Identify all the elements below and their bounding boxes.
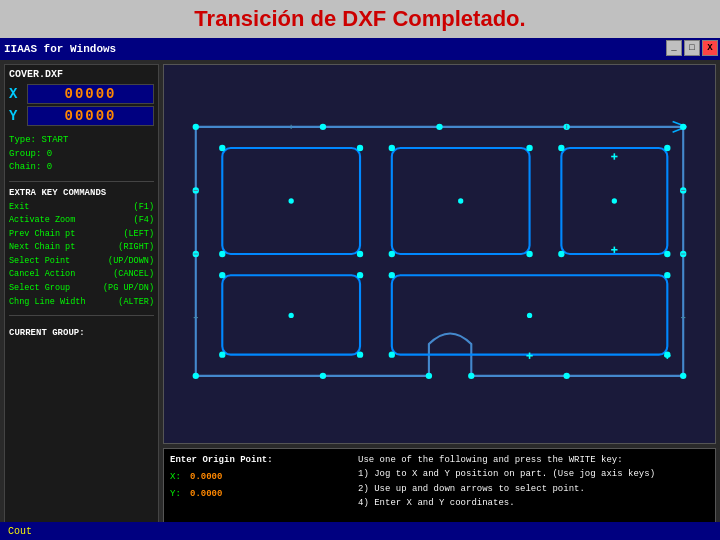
y-label: Y	[9, 108, 23, 124]
x-value: 00000	[27, 84, 154, 104]
group-label: Group:	[9, 149, 41, 159]
key-command-row: Select Group(PG UP/DN)	[9, 282, 154, 296]
page-title: Transición de DXF Completado.	[10, 6, 710, 32]
key-command-row: Select Point(UP/DOWN)	[9, 255, 154, 269]
key-code: (F4)	[134, 214, 154, 228]
x-input-label: X:	[170, 470, 186, 484]
svg-point-38	[219, 351, 225, 357]
cover-dxf-label: COVER.DXF	[9, 69, 154, 80]
x-coord-row: X 00000	[9, 84, 154, 104]
current-group-label: CURRENT GROUP:	[9, 328, 154, 338]
extra-key-title: EXTRA KEY COMMANDS	[9, 188, 154, 198]
svg-point-31	[526, 251, 532, 257]
bottom-right: Use one of the following and press the W…	[350, 453, 709, 531]
divider-1	[9, 181, 154, 182]
group-value: 0	[47, 149, 52, 159]
bottom-left: Enter Origin Point: X: 0.0000 Y: 0.0000	[170, 453, 350, 531]
svg-point-25	[357, 145, 363, 151]
key-code: (LEFT)	[123, 228, 154, 242]
y-input-value: 0.0000	[190, 487, 222, 501]
key-code: (PG UP/DN)	[103, 282, 154, 296]
x-input-value: 0.0000	[190, 470, 222, 484]
instruction-line: 4) Enter X and Y coordinates.	[358, 496, 709, 510]
type-label: Type:	[9, 135, 36, 145]
instruction-line: 1) Jog to X and Y position on part. (Use…	[358, 467, 709, 481]
key-name: Exit	[9, 201, 29, 215]
cad-view	[163, 64, 716, 444]
type-value: START	[41, 135, 68, 145]
y-input-row: Y: 0.0000	[170, 487, 350, 501]
y-coord-row: Y 00000	[9, 106, 154, 126]
svg-point-9	[193, 124, 199, 130]
key-name: Select Group	[9, 282, 70, 296]
enter-origin-label: Enter Origin Point:	[170, 453, 350, 467]
key-command-row: Activate Zoom(F4)	[9, 214, 154, 228]
svg-point-40	[389, 272, 395, 278]
close-button[interactable]: X	[702, 40, 718, 56]
key-code: (ALTER)	[118, 296, 154, 310]
key-code: (F1)	[134, 201, 154, 215]
svg-point-20	[320, 373, 326, 379]
svg-point-42	[389, 351, 395, 357]
key-name: Chng Line Width	[9, 296, 86, 310]
status-bar: Cout	[0, 522, 720, 540]
key-code: (UP/DOWN)	[108, 255, 154, 269]
svg-point-22	[426, 373, 432, 379]
svg-point-21	[563, 373, 569, 379]
svg-point-30	[389, 251, 395, 257]
key-name: Select Point	[9, 255, 70, 269]
svg-point-46	[612, 198, 617, 203]
svg-point-29	[526, 145, 532, 151]
svg-point-18	[680, 373, 686, 379]
key-name: Activate Zoom	[9, 214, 75, 228]
svg-point-11	[436, 124, 442, 130]
svg-point-33	[664, 145, 670, 151]
svg-point-36	[219, 272, 225, 278]
cad-drawing	[164, 65, 715, 443]
title-bar: Transición de DXF Completado.	[0, 0, 720, 38]
key-command-row: Exit(F1)	[9, 201, 154, 215]
chain-label: Chain:	[9, 162, 41, 172]
svg-point-34	[558, 251, 564, 257]
type-info: Type: START Group: 0 Chain: 0	[9, 134, 154, 175]
svg-point-45	[458, 198, 463, 203]
svg-point-12	[320, 124, 326, 130]
svg-point-15	[193, 373, 199, 379]
chain-value: 0	[47, 162, 52, 172]
svg-point-26	[219, 251, 225, 257]
svg-point-10	[680, 124, 686, 130]
key-name: Prev Chain pt	[9, 228, 75, 242]
right-area: Enter Origin Point: X: 0.0000 Y: 0.0000 …	[163, 64, 716, 536]
svg-point-41	[664, 272, 670, 278]
key-command-row: Chng Line Width(ALTER)	[9, 296, 154, 310]
app-bar: IIAAS for Windows _ □ X	[0, 38, 720, 60]
svg-point-24	[219, 145, 225, 151]
svg-point-27	[357, 251, 363, 257]
main-content: COVER.DXF X 00000 Y 00000 Type: START Gr…	[0, 60, 720, 540]
y-value: 00000	[27, 106, 154, 126]
svg-point-28	[389, 145, 395, 151]
svg-point-47	[289, 313, 294, 318]
svg-point-37	[357, 272, 363, 278]
svg-point-48	[527, 313, 532, 318]
key-command-row: Cancel Action(CANCEL)	[9, 268, 154, 282]
key-code: (CANCEL)	[113, 268, 154, 282]
key-name: Next Chain pt	[9, 241, 75, 255]
key-command-row: Prev Chain pt(LEFT)	[9, 228, 154, 242]
status-text: Cout	[8, 526, 32, 537]
window-controls: _ □ X	[666, 40, 718, 56]
key-code: (RIGHT)	[118, 241, 154, 255]
minimize-button[interactable]: _	[666, 40, 682, 56]
left-panel: COVER.DXF X 00000 Y 00000 Type: START Gr…	[4, 64, 159, 536]
svg-point-44	[289, 198, 294, 203]
x-label: X	[9, 86, 23, 102]
divider-2	[9, 315, 154, 316]
maximize-button[interactable]: □	[684, 40, 700, 56]
x-input-row: X: 0.0000	[170, 470, 350, 484]
svg-point-23	[468, 373, 474, 379]
app-title: IIAAS for Windows	[4, 43, 116, 55]
key-command-row: Next Chain pt(RIGHT)	[9, 241, 154, 255]
instruction-line: Use one of the following and press the W…	[358, 453, 709, 467]
svg-point-32	[558, 145, 564, 151]
y-input-label: Y:	[170, 487, 186, 501]
